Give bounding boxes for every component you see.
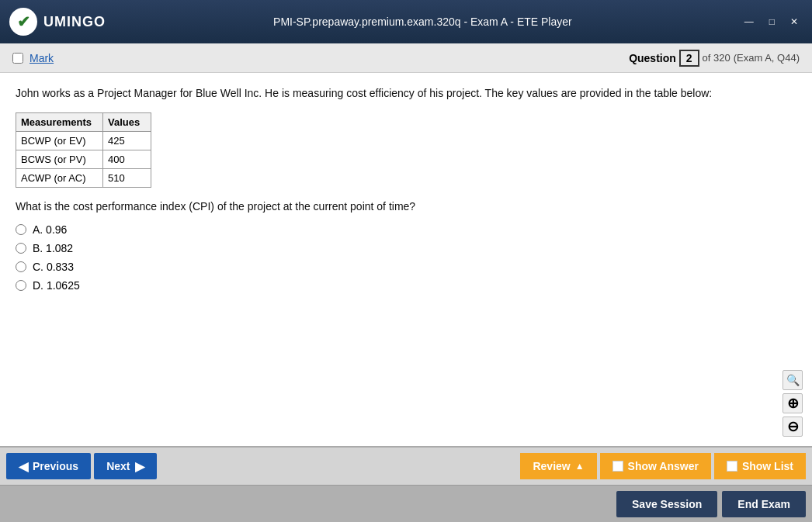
option-a[interactable]: A. 0.96 bbox=[16, 223, 796, 236]
review-label: Review bbox=[533, 460, 570, 472]
table-cell: ACWP (or AC) bbox=[16, 169, 103, 188]
option-d[interactable]: D. 1.0625 bbox=[16, 279, 796, 292]
checkmark-icon: ✔ bbox=[17, 12, 30, 31]
option-radio-c[interactable] bbox=[16, 261, 26, 272]
zoom-out-button[interactable]: ⊖ bbox=[783, 417, 803, 437]
show-answer-button[interactable]: Show Answer bbox=[600, 453, 711, 479]
measurements-table: Measurements Values BCWP (or EV)425BCWS … bbox=[16, 112, 151, 188]
show-list-label: Show List bbox=[742, 460, 793, 472]
show-list-checkbox-icon bbox=[727, 461, 737, 472]
question-of: of 320 bbox=[703, 52, 730, 64]
minimize-button[interactable]: — bbox=[740, 15, 758, 29]
zoom-in-button[interactable]: ⊕ bbox=[783, 393, 803, 413]
previous-button[interactable]: ◀ Previous bbox=[6, 453, 91, 479]
search-zoom-button[interactable]: 🔍 bbox=[783, 370, 803, 390]
option-label-b: B. 1.082 bbox=[33, 242, 73, 254]
window-controls: — □ ✕ bbox=[740, 15, 803, 29]
next-arrow-icon: ▶ bbox=[135, 459, 144, 474]
table-header-measurements: Measurements bbox=[16, 113, 103, 132]
question-label: Question bbox=[629, 52, 676, 64]
options-list: A. 0.96B. 1.082C. 0.833D. 1.0625 bbox=[16, 223, 796, 292]
save-end-toolbar: Save Session End Exam bbox=[0, 485, 812, 522]
close-button[interactable]: ✕ bbox=[786, 15, 803, 29]
table-cell: 400 bbox=[103, 150, 151, 169]
option-radio-b[interactable] bbox=[16, 243, 26, 254]
bottom-toolbar: ◀ Previous Next ▶ Review ▲ Show Answer S… bbox=[0, 446, 812, 485]
option-c[interactable]: C. 0.833 bbox=[16, 261, 796, 273]
show-answer-checkbox-icon bbox=[612, 461, 623, 472]
main-content: John works as a Project Manager for Blue… bbox=[0, 73, 812, 446]
end-exam-button[interactable]: End Exam bbox=[722, 491, 806, 517]
option-label-d: D. 1.0625 bbox=[33, 279, 80, 292]
option-radio-d[interactable] bbox=[16, 280, 26, 291]
table-cell: BCWP (or EV) bbox=[16, 132, 103, 150]
logo-icon: ✔ bbox=[9, 8, 37, 36]
show-answer-label: Show Answer bbox=[628, 460, 699, 472]
next-button[interactable]: Next ▶ bbox=[94, 453, 156, 479]
option-label-a: A. 0.96 bbox=[33, 223, 67, 236]
previous-arrow-icon: ◀ bbox=[19, 459, 28, 474]
question-header: Mark Question 2 of 320 (Exam A, Q44) bbox=[0, 43, 812, 73]
logo-text: UMINGO bbox=[43, 14, 106, 30]
save-session-button[interactable]: Save Session bbox=[616, 491, 717, 517]
question-number: 2 bbox=[679, 50, 699, 67]
option-radio-a[interactable] bbox=[16, 224, 26, 235]
table-header-values: Values bbox=[103, 113, 151, 132]
sub-question-text: What is the cost performance index (CPI)… bbox=[16, 200, 796, 213]
option-label-c: C. 0.833 bbox=[33, 261, 74, 273]
question-text: John works as a Project Manager for Blue… bbox=[16, 85, 796, 102]
window-title: PMI-SP.prepaway.premium.exam.320q - Exam… bbox=[273, 16, 572, 28]
question-number-area: Question 2 of 320 (Exam A, Q44) bbox=[629, 50, 800, 67]
logo-area: ✔ UMINGO bbox=[9, 8, 106, 36]
table-row: BCWS (or PV)400 bbox=[16, 150, 151, 169]
table-cell: BCWS (or PV) bbox=[16, 150, 103, 169]
title-bar: ✔ UMINGO PMI-SP.prepaway.premium.exam.32… bbox=[0, 0, 812, 43]
previous-label: Previous bbox=[33, 460, 78, 472]
review-button[interactable]: Review ▲ bbox=[520, 453, 596, 479]
option-b[interactable]: B. 1.082 bbox=[16, 242, 796, 254]
table-cell: 510 bbox=[103, 169, 151, 188]
show-list-button[interactable]: Show List bbox=[714, 453, 806, 479]
maximize-button[interactable]: □ bbox=[765, 15, 779, 29]
mark-label[interactable]: Mark bbox=[29, 52, 54, 64]
next-label: Next bbox=[106, 460, 130, 472]
review-arrow-icon: ▲ bbox=[575, 461, 585, 472]
table-row: BCWP (or EV)425 bbox=[16, 132, 151, 150]
table-cell: 425 bbox=[103, 132, 151, 150]
mark-checkbox[interactable] bbox=[12, 53, 23, 64]
zoom-controls: 🔍 ⊕ ⊖ bbox=[783, 370, 803, 437]
question-meta: (Exam A, Q44) bbox=[734, 52, 800, 64]
table-row: ACWP (or AC)510 bbox=[16, 169, 151, 188]
